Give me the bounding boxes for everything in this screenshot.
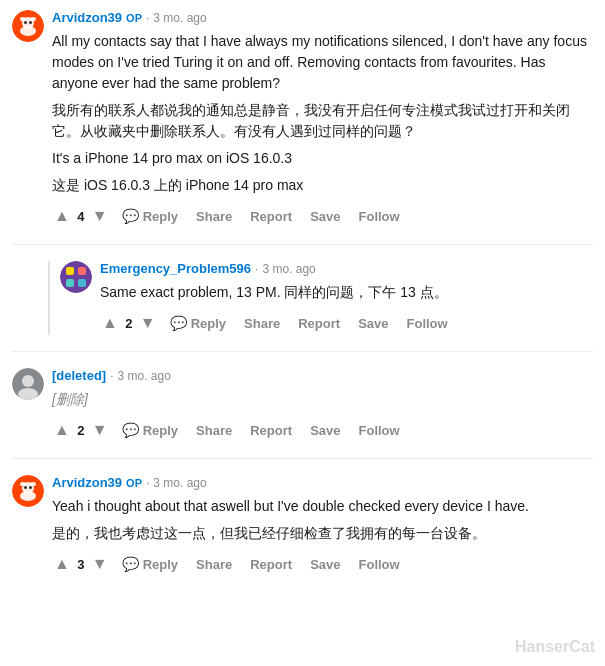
save-button-comment-3[interactable]: Save <box>304 419 346 442</box>
comment-paragraph: It's a iPhone 14 pro max on iOS 16.0.3 <box>52 148 593 169</box>
share-label: Share <box>244 316 280 331</box>
svg-point-13 <box>22 375 34 387</box>
reply-label: Reply <box>143 557 178 572</box>
vote-group-comment-1: ▲4▼ <box>52 205 110 227</box>
username-comment-3[interactable]: [deleted] <box>52 368 106 383</box>
follow-label: Follow <box>359 557 400 572</box>
save-label: Save <box>358 316 388 331</box>
upvote-button-comment-3[interactable]: ▲ <box>52 419 72 441</box>
comment-text-comment-2: Same exact problem, 13 PM. 同样的问题，下午 13 点… <box>100 282 593 303</box>
downvote-button-comment-4[interactable]: ▼ <box>90 553 110 575</box>
svg-rect-8 <box>66 267 74 275</box>
vote-group-comment-4: ▲3▼ <box>52 553 110 575</box>
comment-body-comment-4: Arvidzon39OP·3 mo. agoYeah i thought abo… <box>52 475 593 576</box>
share-label: Share <box>196 423 232 438</box>
reply-button-comment-3[interactable]: 💬Reply <box>116 418 184 442</box>
follow-button-comment-2[interactable]: Follow <box>401 312 454 335</box>
comment-comment-4: Arvidzon39OP·3 mo. agoYeah i thought abo… <box>12 475 593 576</box>
comment-paragraph: 我所有的联系人都说我的通知总是静音，我没有开启任何专注模式我试过打开和关闭它。从… <box>52 100 593 142</box>
share-button-comment-1[interactable]: Share <box>190 205 238 228</box>
follow-button-comment-3[interactable]: Follow <box>353 419 406 442</box>
comment-comment-2: Emergency_Problem596·3 mo. agoSame exact… <box>48 261 593 335</box>
comment-wrapper-1: Emergency_Problem596·3 mo. agoSame exact… <box>12 261 593 352</box>
comment-divider <box>12 458 593 459</box>
save-label: Save <box>310 423 340 438</box>
share-button-comment-2[interactable]: Share <box>238 312 286 335</box>
comment-divider <box>12 351 593 352</box>
svg-point-21 <box>30 482 36 486</box>
report-button-comment-3[interactable]: Report <box>244 419 298 442</box>
comment-thread: Arvidzon39OP·3 mo. agoAll my contacts sa… <box>0 0 605 602</box>
vote-group-comment-2: ▲2▼ <box>100 312 158 334</box>
comment-paragraph: [删除] <box>52 389 593 410</box>
share-button-comment-3[interactable]: Share <box>190 419 238 442</box>
vote-count-comment-2: 2 <box>124 316 134 331</box>
comment-paragraph: 这是 iOS 16.0.3 上的 iPhone 14 pro max <box>52 175 593 196</box>
svg-rect-10 <box>66 279 74 287</box>
follow-label: Follow <box>359 209 400 224</box>
upvote-button-comment-2[interactable]: ▲ <box>100 312 120 334</box>
timestamp-comment-1: 3 mo. ago <box>153 11 206 25</box>
avatar-comment-4 <box>12 475 44 507</box>
comment-header-comment-1: Arvidzon39OP·3 mo. ago <box>52 10 593 25</box>
timestamp-comment-3: 3 mo. ago <box>118 369 171 383</box>
upvote-button-comment-4[interactable]: ▲ <box>52 553 72 575</box>
report-button-comment-1[interactable]: Report <box>244 205 298 228</box>
reply-icon: 💬 <box>170 315 187 331</box>
svg-point-4 <box>29 21 32 24</box>
follow-button-comment-1[interactable]: Follow <box>353 205 406 228</box>
upvote-button-comment-1[interactable]: ▲ <box>52 205 72 227</box>
downvote-button-comment-2[interactable]: ▼ <box>138 312 158 334</box>
vote-count-comment-1: 4 <box>76 209 86 224</box>
comment-wrapper-2: [deleted]·3 mo. ago[删除]▲2▼💬ReplyShareRep… <box>12 368 593 459</box>
action-bar-comment-1: ▲4▼💬ReplyShareReportSaveFollow <box>52 204 593 228</box>
comment-body-comment-1: Arvidzon39OP·3 mo. agoAll my contacts sa… <box>52 10 593 228</box>
save-label: Save <box>310 557 340 572</box>
avatar-comment-2 <box>60 261 92 293</box>
svg-point-6 <box>30 17 36 21</box>
comment-paragraph: 是的，我也考虑过这一点，但我已经仔细检查了我拥有的每一台设备。 <box>52 523 593 544</box>
comment-paragraph: Yeah i thought about that aswell but I'v… <box>52 496 593 517</box>
username-comment-2[interactable]: Emergency_Problem596 <box>100 261 251 276</box>
username-comment-1[interactable]: Arvidzon39 <box>52 10 122 25</box>
comment-comment-3: [deleted]·3 mo. ago[删除]▲2▼💬ReplyShareRep… <box>12 368 593 442</box>
share-label: Share <box>196 209 232 224</box>
reply-label: Reply <box>143 423 178 438</box>
downvote-button-comment-1[interactable]: ▼ <box>90 205 110 227</box>
save-button-comment-1[interactable]: Save <box>304 205 346 228</box>
comment-body-comment-3: [deleted]·3 mo. ago[删除]▲2▼💬ReplyShareRep… <box>52 368 593 442</box>
comment-text-comment-4: Yeah i thought about that aswell but I'v… <box>52 496 593 544</box>
reply-button-comment-2[interactable]: 💬Reply <box>164 311 232 335</box>
follow-button-comment-4[interactable]: Follow <box>353 553 406 576</box>
timestamp-comment-2: 3 mo. ago <box>262 262 315 276</box>
report-label: Report <box>250 557 292 572</box>
report-button-comment-4[interactable]: Report <box>244 553 298 576</box>
svg-point-18 <box>24 486 27 489</box>
save-button-comment-4[interactable]: Save <box>304 553 346 576</box>
vote-group-comment-3: ▲2▼ <box>52 419 110 441</box>
reply-button-comment-4[interactable]: 💬Reply <box>116 552 184 576</box>
dot-separator-comment-4: · <box>146 476 149 490</box>
svg-point-19 <box>29 486 32 489</box>
action-bar-comment-2: ▲2▼💬ReplyShareReportSaveFollow <box>100 311 593 335</box>
action-bar-comment-3: ▲2▼💬ReplyShareReportSaveFollow <box>52 418 593 442</box>
comment-divider <box>12 244 593 245</box>
reply-button-comment-1[interactable]: 💬Reply <box>116 204 184 228</box>
comment-wrapper-0: Arvidzon39OP·3 mo. agoAll my contacts sa… <box>12 10 593 245</box>
follow-label: Follow <box>407 316 448 331</box>
op-badge-comment-1: OP <box>126 12 142 24</box>
save-button-comment-2[interactable]: Save <box>352 312 394 335</box>
svg-point-20 <box>20 482 26 486</box>
reply-label: Reply <box>143 209 178 224</box>
svg-point-3 <box>24 21 27 24</box>
comment-paragraph: Same exact problem, 13 PM. 同样的问题，下午 13 点… <box>100 282 593 303</box>
downvote-button-comment-3[interactable]: ▼ <box>90 419 110 441</box>
dot-separator-comment-1: · <box>146 11 149 25</box>
report-label: Report <box>250 423 292 438</box>
report-button-comment-2[interactable]: Report <box>292 312 346 335</box>
timestamp-comment-4: 3 mo. ago <box>153 476 206 490</box>
comment-header-comment-3: [deleted]·3 mo. ago <box>52 368 593 383</box>
reply-icon: 💬 <box>122 208 139 224</box>
share-button-comment-4[interactable]: Share <box>190 553 238 576</box>
username-comment-4[interactable]: Arvidzon39 <box>52 475 122 490</box>
